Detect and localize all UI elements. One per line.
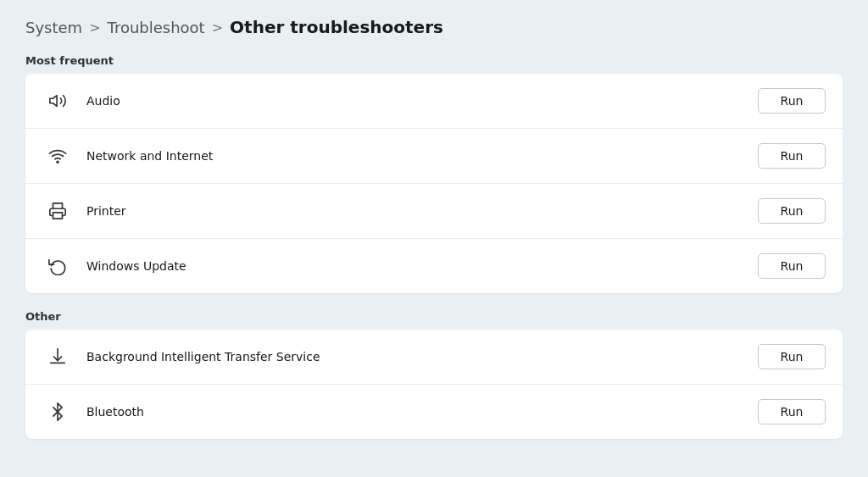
bluetooth-icon — [42, 397, 73, 427]
run-button-bluetooth[interactable]: Run — [758, 399, 826, 424]
sections-container: Most frequentAudioRunNetwork and Interne… — [25, 54, 843, 439]
breadcrumb-system[interactable]: System — [25, 19, 82, 36]
table-row: Network and InternetRun — [25, 129, 843, 184]
table-row: BluetoothRun — [25, 385, 843, 439]
run-button-network[interactable]: Run — [758, 143, 826, 169]
audio-icon — [42, 86, 73, 116]
table-row: Windows UpdateRun — [25, 239, 843, 293]
item-label-audio: Audio — [86, 94, 758, 108]
table-row: Background Intelligent Transfer ServiceR… — [25, 330, 843, 385]
section-label-0: Most frequent — [25, 54, 843, 67]
item-label-bluetooth: Bluetooth — [86, 405, 758, 419]
run-button-windows-update[interactable]: Run — [758, 253, 826, 279]
svg-rect-2 — [53, 213, 63, 219]
section-label-1: Other — [25, 310, 843, 323]
item-label-printer: Printer — [86, 204, 758, 218]
svg-marker-0 — [50, 96, 57, 107]
breadcrumb-sep2: > — [212, 19, 223, 36]
download-icon — [42, 341, 73, 372]
run-button-audio[interactable]: Run — [758, 88, 826, 114]
update-icon — [42, 251, 73, 281]
run-button-printer[interactable]: Run — [758, 198, 826, 224]
card-group-1: Background Intelligent Transfer ServiceR… — [25, 330, 843, 439]
breadcrumb-troubleshoot[interactable]: Troubleshoot — [108, 19, 205, 36]
breadcrumb: System > Troubleshoot > Other troublesho… — [25, 17, 843, 37]
item-label-windows-update: Windows Update — [86, 259, 758, 273]
table-row: PrinterRun — [25, 184, 843, 239]
run-button-bits[interactable]: Run — [758, 344, 826, 369]
breadcrumb-current: Other troubleshooters — [230, 17, 443, 37]
item-label-network: Network and Internet — [86, 149, 758, 163]
item-label-bits: Background Intelligent Transfer Service — [86, 350, 758, 363]
breadcrumb-sep1: > — [89, 19, 100, 36]
svg-point-1 — [57, 161, 58, 163]
table-row: AudioRun — [25, 74, 843, 129]
printer-icon — [42, 196, 73, 226]
card-group-0: AudioRunNetwork and InternetRunPrinterRu… — [25, 74, 843, 293]
network-icon — [42, 141, 73, 171]
